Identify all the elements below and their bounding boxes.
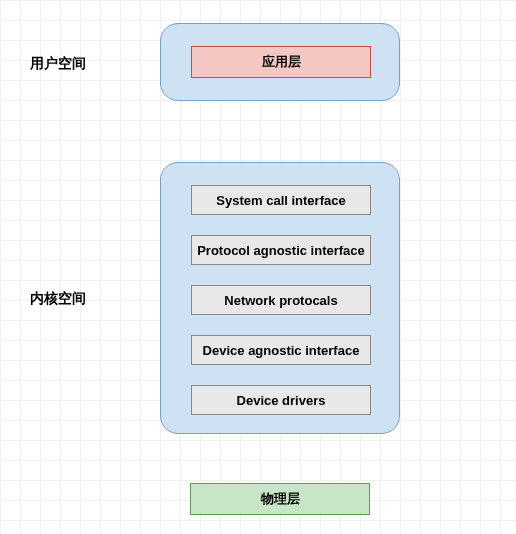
box-kernel-item-2: Network protocals <box>191 285 371 315</box>
box-physical-layer: 物理层 <box>190 483 370 515</box>
label-kernel-space: 内核空间 <box>30 290 86 308</box>
box-kernel-item-0: System call interface <box>191 185 371 215</box>
box-app-layer: 应用层 <box>191 46 371 78</box>
box-kernel-item-1: Protocol agnostic interface <box>191 235 371 265</box>
box-kernel-item-4: Device drivers <box>191 385 371 415</box>
label-user-space: 用户空间 <box>30 55 86 73</box>
container-kernel-space: System call interface Protocol agnostic … <box>160 162 400 434</box>
container-user-space: 应用层 <box>160 23 400 101</box>
box-kernel-item-3: Device agnostic interface <box>191 335 371 365</box>
